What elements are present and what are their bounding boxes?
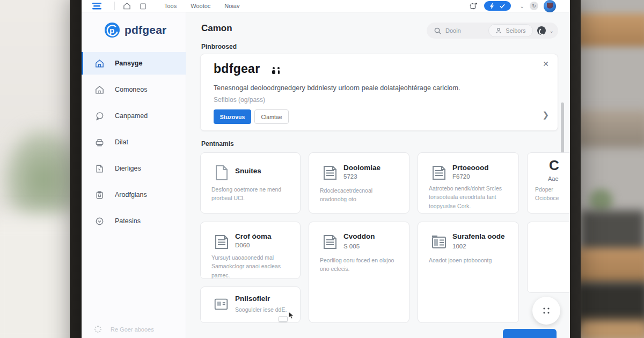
account-pill[interactable] bbox=[484, 1, 511, 11]
card-subtitle: D060 bbox=[235, 242, 250, 248]
card-title: Snuites bbox=[235, 167, 261, 175]
card-desc: Yursuyt uaoaoonedd mal Samaokclogr anaoi… bbox=[211, 253, 293, 280]
card-desc: Aatrotebo nendk/dohrt Srcles tonsooteala… bbox=[429, 184, 512, 210]
tab-noiav[interactable]: Noiav bbox=[224, 3, 239, 9]
banner-description: Tenesnogal deoloodrgnedgery bddnlesty ur… bbox=[214, 84, 460, 92]
gear-icon bbox=[94, 326, 101, 333]
avatar[interactable] bbox=[544, 0, 556, 12]
chevron-right-icon[interactable]: ❯ bbox=[542, 110, 549, 120]
clipboard-icon bbox=[94, 190, 105, 200]
search-bar[interactable]: Seibors ⌄ bbox=[427, 23, 558, 39]
chevron-down-icon[interactable]: ⌄ bbox=[520, 3, 524, 9]
banner-title: bdfgear bbox=[214, 62, 260, 76]
pinned-section-label: Pinbroosed bbox=[201, 43, 237, 50]
sidebar-item-arodfgians[interactable]: Arodfgians bbox=[82, 183, 186, 206]
grid-section-label: Pentnamis bbox=[201, 140, 234, 148]
new-tab-icon[interactable] bbox=[139, 2, 147, 10]
banner-secondary-button[interactable]: Clamtae bbox=[254, 109, 289, 124]
theme-toggle-icon[interactable] bbox=[537, 26, 546, 35]
card-desc: Soogulcler iese ddE. bbox=[235, 305, 294, 314]
bg-shelf-mid bbox=[574, 110, 644, 148]
sidebar-item-label: Dierliges bbox=[115, 165, 141, 172]
doc-lines-icon bbox=[321, 164, 339, 184]
document-icon bbox=[94, 164, 105, 174]
blank-page-icon bbox=[213, 164, 231, 184]
card-title: Surafenla oode bbox=[452, 232, 505, 240]
floating-action-button[interactable] bbox=[532, 297, 560, 325]
sidebar-footer[interactable]: Re Goer abooes bbox=[94, 326, 154, 333]
tool-card-prtoeoood[interactable]: Prtoeoood F6720 Aatrotebo nendk/dohrt Sr… bbox=[418, 152, 519, 214]
person-icon bbox=[495, 27, 502, 34]
search-scope-pill[interactable]: Seibors bbox=[488, 24, 532, 37]
promo-banner: bdfgear ✕ Tenesnogal deoloodrgnedgery bd… bbox=[200, 54, 558, 131]
card-subtitle: F6720 bbox=[452, 173, 470, 180]
card-title: Crof óoma bbox=[235, 232, 272, 240]
browser-toolbar: Toos Wootoc Noiav ⌄ ↻ bbox=[82, 0, 570, 12]
tool-card-cvoddon[interactable]: Cvoddon S 005 Peorlilog ooru foced en ol… bbox=[309, 222, 409, 323]
menu-icon[interactable] bbox=[92, 3, 101, 10]
notification-icon[interactable] bbox=[469, 2, 478, 10]
doc-lines-icon bbox=[321, 233, 339, 253]
sidebar-item-dilat[interactable]: Dilat bbox=[82, 131, 186, 153]
search-scope-label: Seibors bbox=[506, 27, 525, 34]
sidebar-footer-label: Re Goer abooes bbox=[111, 326, 154, 333]
sidebar-item-label: Arodfgians bbox=[115, 191, 147, 199]
banner-title-dots-icon bbox=[272, 66, 281, 75]
printer-icon bbox=[94, 137, 105, 148]
banner-primary-button[interactable]: Stuzovus bbox=[214, 109, 251, 124]
sidebar-item-pansyge[interactable]: Pansyge bbox=[82, 52, 186, 75]
tool-card-partial[interactable]: C Aae Pdoper Ocioboce bbox=[527, 152, 570, 214]
c-glyph-icon: C bbox=[549, 157, 559, 174]
card-title: Prtoeoood bbox=[452, 164, 489, 172]
doc-lines-icon bbox=[430, 164, 448, 184]
sidebar-item-dierliges[interactable]: Dierliges bbox=[82, 157, 186, 180]
tab-wootoc[interactable]: Wootoc bbox=[191, 3, 210, 9]
sidebar-item-canpamed[interactable]: Canpamed bbox=[82, 105, 186, 127]
card-title: Doolomiae bbox=[343, 164, 380, 172]
help-icon[interactable]: ↻ bbox=[530, 2, 538, 10]
bg-wood-floor bbox=[579, 320, 644, 338]
bolt-icon bbox=[489, 3, 494, 9]
chat-icon bbox=[94, 111, 105, 121]
home-icon bbox=[94, 58, 105, 69]
tool-card-doolomiae[interactable]: Doolomiae 5723 Rdoclecacetrdecnoal orado… bbox=[309, 152, 409, 214]
tool-card-snuites[interactable]: Snuites Desfong ooetmore ne mend prorbea… bbox=[200, 152, 301, 214]
app-logo-text: pdfgear bbox=[125, 24, 166, 36]
tool-card-empty[interactable] bbox=[527, 222, 570, 293]
mouse-cursor-icon bbox=[288, 312, 295, 319]
sidebar-item-label: Dilat bbox=[115, 138, 128, 146]
card-title: Pnilsofielr bbox=[235, 295, 270, 303]
search-input[interactable] bbox=[445, 27, 483, 34]
card-desc: Aoadot jooen ptobooontg bbox=[429, 256, 512, 264]
close-icon[interactable]: ✕ bbox=[543, 60, 549, 68]
bg-plant-small bbox=[589, 189, 613, 212]
sidebar-item-label: Pansyge bbox=[115, 60, 142, 67]
bg-shelf-top bbox=[574, 13, 644, 47]
folder-doc-icon bbox=[430, 233, 448, 253]
card-desc: Peorlilog ooru foced en olxjoo ono eclec… bbox=[320, 256, 403, 274]
check-icon bbox=[500, 4, 505, 9]
sidebar-item-label: Patesins bbox=[115, 217, 141, 225]
chevron-down-icon[interactable]: ⌄ bbox=[550, 28, 554, 34]
page-title: Camon bbox=[201, 23, 232, 34]
toolbar-right-group: ⌄ ↻ bbox=[469, 0, 570, 12]
bottom-action-button[interactable]: Goer bbox=[503, 329, 557, 338]
circle-chevron-icon bbox=[94, 216, 105, 226]
tool-card-surafenla[interactable]: Surafenla oode 1002 Aoadot jooen ptobooo… bbox=[418, 222, 519, 323]
main-content: Camon Seibors ⌄ Pinbroosed bdfgear bbox=[186, 12, 570, 338]
card-subtitle: S 005 bbox=[343, 243, 360, 249]
card-title: Aae bbox=[548, 175, 559, 182]
svg-text:p: p bbox=[109, 26, 114, 35]
sidebar-item-patesins[interactable]: Patesins bbox=[82, 210, 186, 232]
dots-icon bbox=[542, 306, 551, 315]
home-icon bbox=[94, 85, 105, 95]
tool-card-crofooma[interactable]: Crof óoma D060 Yursuyt uaoaoonedd mal Sa… bbox=[200, 222, 301, 279]
search-icon bbox=[434, 27, 441, 34]
tab-toos[interactable]: Toos bbox=[164, 3, 177, 9]
tooltip-badge bbox=[279, 316, 288, 322]
sidebar-item-comoneos[interactable]: Comoneos bbox=[82, 78, 186, 101]
app-window: Toos Wootoc Noiav ⌄ ↻ bbox=[82, 0, 570, 338]
home-icon[interactable] bbox=[122, 2, 131, 10]
sidebar: p pdfgear Pansyge Comoneos Canpamed bbox=[82, 12, 186, 338]
doc-lines-icon bbox=[213, 233, 231, 253]
